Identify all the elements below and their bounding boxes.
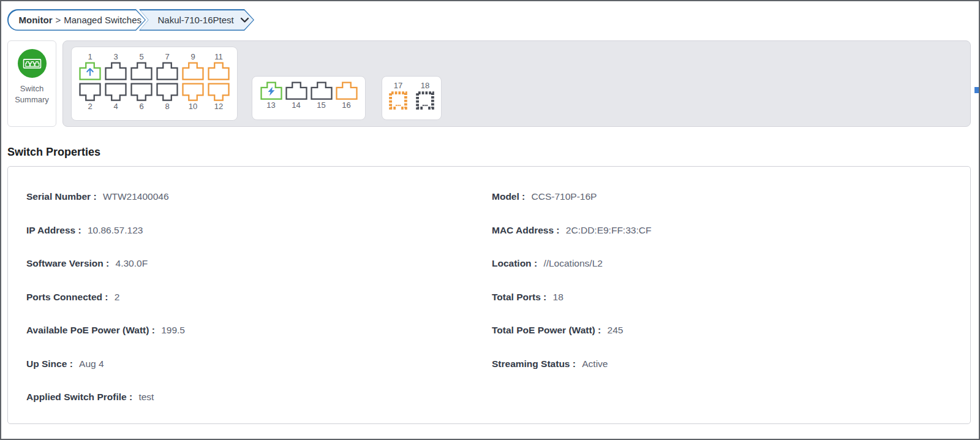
prop-software-version: Software Version : 4.30.0F [26,247,492,281]
prop-value: 18 [553,292,564,303]
chevron-down-icon[interactable] [240,17,249,23]
port-16[interactable] [336,82,358,100]
breadcrumb-device[interactable]: Nakul-710-16Ptest [158,15,234,25]
prop-location: Location : //Locations/L2 [492,247,970,281]
port-7[interactable] [156,62,178,80]
prop-total-poe-power: Total PoE Power (Watt) : 245 [492,314,970,347]
port-number: 18 [421,80,429,91]
prop-streaming-status: Streaming Status : Active [492,347,970,381]
prop-empty-cell [492,381,970,414]
prop-label: Up Since [26,358,67,370]
breadcrumb-parent[interactable]: Managed Switches [64,15,141,25]
port-2[interactable] [79,83,101,101]
port-number: 4 [113,101,118,112]
port-1[interactable] [79,62,101,80]
prop-ports-connected: Ports Connected : 2 [26,281,492,314]
app-window: Monitor > Managed Switches Nakul-710-16P… [0,0,980,440]
breadcrumb-section[interactable]: Monitor [19,15,53,25]
port-10[interactable] [182,83,204,101]
port-group-17-18: 17 18 [382,76,442,120]
port-group-1-12: 1 3 5 7 [71,47,238,121]
prop-total-ports: Total Ports : 18 [492,281,970,314]
prop-mac-address: MAC Address : 2C:DD:E9:FF:33:CF [492,214,970,248]
port-number: 1 [88,51,92,62]
prop-available-poe-power: Available PoE Power (Watt) : 199.5 [26,314,492,347]
port-8[interactable] [156,83,178,101]
port-number: 8 [165,101,169,112]
poe-lightning-icon [267,86,276,99]
port-3[interactable] [105,62,127,80]
port-number: 5 [139,51,143,62]
prop-value: //Locations/L2 [543,258,603,269]
prop-label: IP Address [26,225,75,236]
port-number: 15 [317,100,325,110]
port-number: 7 [165,51,169,62]
port-12[interactable] [208,83,230,101]
prop-value: WTW21400046 [103,191,169,202]
port-5[interactable] [130,62,153,80]
prop-value: 4.30.0F [116,258,148,269]
prop-label: Software Version [26,258,104,269]
port-number: 10 [189,101,197,112]
port-14[interactable] [285,82,307,100]
port-9[interactable] [182,62,204,80]
port-17-sfp[interactable] [388,91,408,110]
prop-label: MAC Address [492,225,554,236]
prop-label: Location [492,258,532,269]
port-number: 6 [139,101,143,112]
port-15[interactable] [311,82,333,100]
port-11[interactable] [208,62,230,80]
prop-label: Streaming Status [492,358,570,370]
prop-value: test [138,392,154,403]
prop-serial-number: Serial Number : WTW21400046 [26,180,492,214]
breadcrumb-monitor-segment[interactable]: Monitor > Managed Switches [7,9,146,31]
port-number: 16 [342,100,350,110]
prop-label: Model [492,191,519,202]
switch-summary-button[interactable]: Switch Summary [7,40,56,127]
prop-up-since: Up Since : Aug 4 [26,347,492,381]
port-group-13-16: 13 14 15 16 [252,76,366,120]
prop-value: 245 [608,325,624,336]
breadcrumb: Monitor > Managed Switches Nakul-710-16P… [7,9,254,31]
prop-label: Available PoE Power (Watt) [26,325,149,336]
switch-summary-icon [18,49,47,78]
port-number: 14 [292,100,300,110]
prop-value: CCS-710P-16P [532,191,597,202]
port-number: 3 [113,51,118,62]
port-13[interactable] [260,82,282,100]
port-4[interactable] [105,83,127,101]
switch-summary-label: Switch Summary [15,83,49,105]
prop-value: 199.5 [161,325,185,336]
breadcrumb-separator: > [55,15,61,25]
ports-panel: 1 3 5 7 [62,40,971,127]
prop-value: Active [582,358,608,370]
prop-applied-switch-profile: Applied Switch Profile : test [26,381,492,414]
port-number: 17 [394,80,402,91]
port-number: 2 [88,101,92,112]
prop-value: 2C:DD:E9:FF:33:CF [566,225,652,236]
prop-ip-address: IP Address : 10.86.57.123 [26,214,492,248]
port-18-sfp[interactable] [415,91,435,110]
port-number: 11 [214,51,223,62]
prop-value: Aug 4 [79,358,104,370]
port-6[interactable] [130,83,153,101]
prop-label: Applied Switch Profile [26,392,127,403]
prop-model: Model : CCS-710P-16P [492,180,970,214]
port-number: 12 [214,101,223,112]
prop-value: 10.86.57.123 [88,225,143,236]
prop-value: 2 [115,292,120,303]
uplink-arrow-icon [85,66,95,79]
switch-properties-panel: Serial Number : WTW21400046 Model : CCS-… [7,166,971,424]
port-number: 13 [266,100,275,110]
port-number: 9 [190,51,195,62]
prop-label: Total PoE Power (Watt) [492,325,595,336]
page-title: Switch Properties [7,146,100,159]
breadcrumb-device-segment[interactable]: Nakul-710-16Ptest [139,9,254,31]
prop-label: Total Ports [492,292,541,303]
edge-blue-marker [974,87,979,93]
prop-label: Ports Connected [26,292,102,303]
prop-label: Serial Number [26,191,91,202]
